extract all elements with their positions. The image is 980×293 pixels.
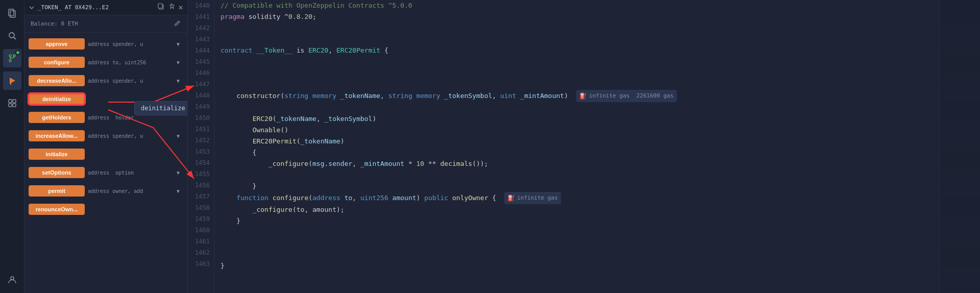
code-line-1454: _configure(msg.sender, _mintAmount * 10 … bbox=[220, 158, 933, 169]
edit-icon[interactable] bbox=[174, 19, 181, 28]
renounce-button[interactable]: renounceOwn... bbox=[29, 204, 85, 215]
code-line-1458: _configure(to, amount); bbox=[220, 204, 933, 215]
svg-line-3 bbox=[14, 37, 16, 39]
gas-badge-configure: ⛽ infinite gas bbox=[504, 192, 560, 204]
contract-title: _TOKEN_ AT 0X429...E2 bbox=[38, 4, 155, 11]
code-line-1450: ERC20(_tokenName, _tokenSymbol) bbox=[220, 113, 933, 125]
gas-text-configure: infinite gas bbox=[517, 192, 557, 204]
initialize-button[interactable]: initialize bbox=[29, 149, 85, 160]
svg-rect-12 bbox=[13, 104, 16, 107]
svg-rect-1 bbox=[10, 11, 15, 17]
approve-button[interactable]: approve bbox=[29, 38, 85, 50]
code-line-1457: function configure(address to, uint256 a… bbox=[220, 192, 933, 204]
permit-button[interactable]: permit bbox=[29, 185, 85, 197]
extensions-icon[interactable] bbox=[3, 94, 21, 112]
code-line-1449 bbox=[220, 102, 933, 113]
code-editor: 1440 1441 1442 1443 1444 1445 1446 1447 … bbox=[188, 0, 980, 293]
code-line-1441: pragma solidity ^0.8.20; bbox=[220, 11, 933, 22]
code-line-1448: constructor(string memory _tokenName, st… bbox=[220, 90, 933, 102]
getholders-args: address _holder bbox=[88, 115, 183, 120]
contract-functions: approve address spender, u ▼ configure a… bbox=[24, 33, 187, 293]
line-numbers: 1440 1441 1442 1443 1444 1445 1446 1447 … bbox=[188, 0, 214, 293]
git-icon[interactable] bbox=[3, 49, 21, 67]
increase-expand[interactable]: ▼ bbox=[173, 131, 183, 141]
copy-icon[interactable] bbox=[158, 3, 165, 12]
svg-rect-11 bbox=[9, 104, 12, 107]
close-icon[interactable]: × bbox=[178, 4, 183, 12]
svg-marker-7 bbox=[10, 78, 15, 84]
search-icon[interactable] bbox=[3, 27, 21, 45]
function-row-permit: permit address owner, add ▼ bbox=[24, 182, 187, 200]
svg-rect-10 bbox=[13, 100, 16, 103]
balance-row: Balance: 0 ETH bbox=[24, 15, 187, 33]
configure-button[interactable]: configure bbox=[29, 57, 85, 68]
gas-icon: ⛽ bbox=[579, 90, 587, 102]
code-content: 1440 1441 1442 1443 1444 1445 1446 1447 … bbox=[188, 0, 980, 293]
code-line-1462 bbox=[220, 249, 933, 260]
svg-point-13 bbox=[11, 277, 14, 280]
profile-icon[interactable] bbox=[3, 271, 21, 289]
pin-icon[interactable] bbox=[168, 3, 175, 12]
svg-point-2 bbox=[9, 33, 14, 38]
deinit-tooltip: deinitialize - transact (not payable) bbox=[134, 101, 188, 115]
code-line-1443 bbox=[220, 34, 933, 45]
svg-point-4 bbox=[9, 55, 11, 57]
function-row-setoptions: setOptions address _option ▼ bbox=[24, 163, 187, 182]
code-line-1442 bbox=[220, 22, 933, 34]
sidebar-icons bbox=[0, 0, 24, 293]
approve-args: address spender, u bbox=[88, 41, 170, 47]
permit-args: address owner, add bbox=[88, 188, 170, 194]
code-line-1440: // Compatible with OpenZeppelin Contract… bbox=[220, 0, 933, 11]
svg-point-6 bbox=[9, 60, 11, 62]
svg-rect-15 bbox=[158, 4, 162, 8]
code-line-1461 bbox=[220, 238, 933, 249]
code-line-1453: { bbox=[220, 147, 933, 158]
code-line-1447 bbox=[220, 79, 933, 90]
code-line-1455 bbox=[220, 169, 933, 181]
minimap[interactable] bbox=[939, 0, 980, 293]
setoptions-args: address _option bbox=[88, 170, 170, 176]
configure-args: address to, uint256 bbox=[88, 60, 170, 65]
function-row-initialize: initialize bbox=[24, 145, 187, 163]
code-lines: // Compatible with OpenZeppelin Contract… bbox=[214, 0, 939, 293]
code-line-1444: contract __Token__ is ERC20, ERC20Permit… bbox=[220, 45, 933, 56]
getholders-button[interactable]: getHolders bbox=[29, 112, 85, 123]
code-line-1460 bbox=[220, 227, 933, 238]
svg-rect-9 bbox=[9, 100, 12, 103]
contract-panel: _TOKEN_ AT 0X429...E2 × Balance: 0 ETH a… bbox=[24, 0, 188, 293]
setoptions-button[interactable]: setOptions bbox=[29, 167, 85, 178]
tooltip-text: deinitialize - transact (not payable) bbox=[141, 105, 188, 112]
approve-expand[interactable]: ▼ bbox=[173, 39, 183, 49]
balance-label: Balance: 0 ETH bbox=[31, 20, 78, 27]
permit-expand[interactable]: ▼ bbox=[173, 186, 183, 196]
code-line-1452: ERC20Permit(_tokenName) bbox=[220, 136, 933, 147]
function-row-decrease: decreaseAllo... address spender, u ▼ bbox=[24, 71, 187, 90]
svg-rect-0 bbox=[9, 9, 14, 16]
increase-button[interactable]: increaseAllow... bbox=[29, 130, 85, 141]
code-line-1446 bbox=[220, 67, 933, 79]
code-line-1445 bbox=[220, 56, 933, 67]
deploy-icon[interactable] bbox=[3, 71, 21, 90]
increase-args: address spender, u bbox=[88, 133, 170, 139]
function-row-configure: configure address to, uint256 ▼ bbox=[24, 53, 187, 71]
setoptions-expand[interactable]: ▼ bbox=[173, 167, 183, 178]
decrease-args: address spender, u bbox=[88, 78, 170, 84]
gas-badge-constructor: ⛽ infinite gas 2261600 gas bbox=[576, 90, 677, 102]
gas-text-constructor: infinite gas 2261600 gas bbox=[589, 90, 674, 102]
decrease-expand[interactable]: ▼ bbox=[173, 76, 183, 86]
function-row-renounce: renounceOwn... bbox=[24, 200, 187, 218]
configure-expand[interactable]: ▼ bbox=[173, 57, 183, 67]
function-row-increase: increaseAllow... address spender, u ▼ bbox=[24, 127, 187, 145]
files-icon[interactable] bbox=[3, 4, 21, 22]
decrease-button[interactable]: decreaseAllo... bbox=[29, 75, 85, 86]
code-line-1459: } bbox=[220, 215, 933, 227]
code-line-1451: Ownable() bbox=[220, 125, 933, 136]
contract-header: _TOKEN_ AT 0X429...E2 × bbox=[24, 0, 187, 15]
function-row-approve: approve address spender, u ▼ bbox=[24, 35, 187, 53]
code-line-1456: } bbox=[220, 181, 933, 192]
minimap-content bbox=[940, 0, 980, 293]
code-line-1463: } bbox=[220, 260, 933, 272]
gas-icon-configure: ⛽ bbox=[507, 192, 515, 204]
deinitialize-button[interactable]: deinitialize bbox=[29, 93, 85, 105]
